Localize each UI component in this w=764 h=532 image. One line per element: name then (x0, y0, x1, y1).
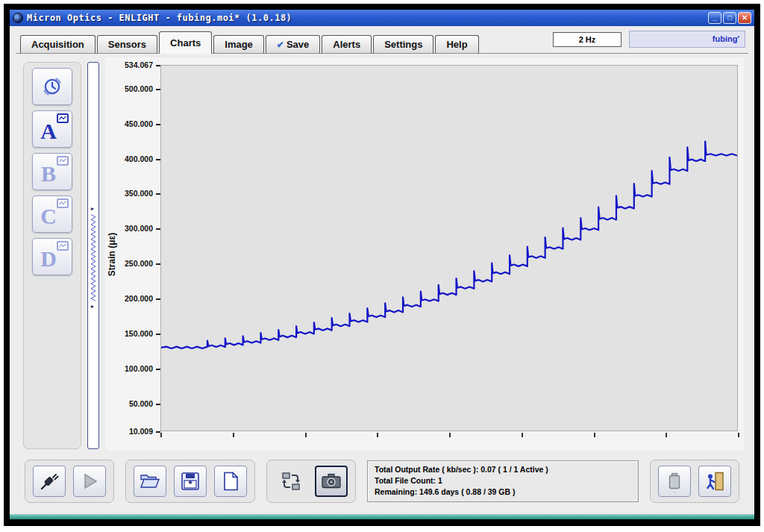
tab-label: Acquisition (31, 39, 84, 50)
chart-d-button[interactable]: D (32, 238, 72, 275)
tab-alerts[interactable]: Alerts (322, 35, 372, 54)
clock-icon (40, 75, 64, 98)
x-axis (160, 432, 738, 437)
workspace: A B C D ▸ (10, 57, 754, 451)
save-disk-icon: * (179, 470, 201, 492)
camera-icon (320, 470, 342, 492)
tab-label: Settings (384, 39, 422, 50)
chart-image-toggle-button[interactable] (275, 466, 307, 497)
x-axis-tick (738, 433, 739, 437)
file-control-group: * (125, 460, 255, 503)
tab-label: Image (225, 39, 253, 50)
y-axis-tick-label: 500.000 (125, 84, 160, 93)
status-output-rate: Total Output Rate ( kb/sec ): 0.07 ( 1 /… (375, 464, 631, 475)
tab-charts[interactable]: Charts (159, 31, 212, 54)
tab-acquisition[interactable]: Acquisition (20, 35, 96, 54)
screenshot-root: Micron Optics - ENLIGHT - fubing.moi* (1… (0, 0, 764, 532)
y-axis-tick-label: 50.000 (129, 399, 160, 408)
y-axis-tick-label: 10.009 (129, 427, 160, 436)
close-button[interactable]: ✕ (738, 12, 751, 24)
battery-button[interactable]: ... (658, 466, 691, 497)
image-control-group (266, 460, 356, 503)
refresh-rate-box[interactable]: 2 Hz (553, 32, 621, 47)
tab-settings[interactable]: Settings (373, 35, 433, 54)
tab-help[interactable]: Help (435, 35, 478, 54)
x-axis-tick (233, 433, 234, 437)
x-axis-tick (522, 433, 523, 437)
play-icon (78, 470, 101, 492)
bottom-toolbar: * (25, 458, 739, 504)
history-clock-button[interactable] (32, 68, 72, 105)
window-bottom-accent (10, 514, 754, 519)
connect-button[interactable] (33, 466, 66, 497)
x-axis-tick (305, 433, 307, 437)
chart-c-button[interactable]: C (32, 195, 72, 233)
exit-door-icon (704, 470, 726, 492)
y-axis: 534.067500.000450.000400.000350.000300.0… (114, 65, 160, 431)
app-icon (13, 13, 23, 23)
minimize-button[interactable]: _ (708, 12, 721, 24)
tab-label: Save (286, 39, 309, 50)
plot-area[interactable] (160, 65, 738, 431)
window-body: Acquisition Sensors Charts Image ✔Save A… (10, 26, 754, 509)
camera-snapshot-button[interactable] (315, 466, 348, 497)
open-file-button[interactable] (134, 466, 166, 497)
tab-image[interactable]: Image (213, 35, 264, 54)
chart-a-button[interactable]: A (32, 110, 72, 148)
y-axis-tick-label: 300.000 (125, 224, 160, 233)
chart-selector-panel: A B C D (23, 62, 81, 449)
exit-button[interactable] (698, 466, 731, 497)
slider-lower-handle-icon[interactable]: ▸ (91, 304, 94, 310)
x-axis-tick (594, 433, 595, 437)
current-file-label: fubing' (629, 31, 745, 48)
y-axis-tick-label: 400.000 (125, 154, 160, 163)
tab-label: Help (446, 39, 467, 50)
slider-selected-range[interactable] (90, 213, 97, 302)
slider-upper-handle-icon[interactable]: ▸ (91, 206, 94, 212)
y-axis-tick-label: 350.000 (125, 189, 160, 198)
y-axis-tick-label: 250.000 (125, 259, 160, 268)
open-folder-icon (139, 470, 161, 492)
strain-chart: Strain (με) 534.067500.000450.000400.000… (105, 57, 744, 451)
tab-save[interactable]: ✔Save (266, 35, 320, 54)
window-title: Micron Optics - ENLIGHT - fubing.moi* (1… (27, 13, 708, 23)
chart-b-button[interactable]: B (32, 153, 72, 190)
chart-a-label: A (40, 119, 57, 144)
x-axis-tick (377, 433, 378, 437)
tab-bar: Acquisition Sensors Charts Image ✔Save A… (16, 29, 748, 54)
y-axis-tick-label: 100.000 (125, 364, 160, 373)
tab-label: Alerts (333, 39, 360, 50)
app-window: Micron Optics - ENLIGHT - fubing.moi* (1… (10, 10, 754, 519)
y-axis-tick-label: 450.000 (125, 119, 160, 128)
new-file-icon (219, 470, 242, 492)
mini-chart-icon (57, 198, 69, 208)
save-file-button[interactable]: * (174, 466, 207, 497)
acquisition-control-group (25, 460, 114, 503)
restore-button[interactable]: □ (723, 12, 736, 24)
strain-line-series (161, 66, 737, 431)
y-axis-range-slider[interactable]: ▸ ▸ (87, 62, 99, 449)
titlebar[interactable]: Micron Optics - ENLIGHT - fubing.moi* (1… (10, 10, 754, 26)
chart-d-label: D (40, 246, 57, 272)
tab-label: Charts (170, 37, 201, 48)
status-file-count: Total File Count: 1 (375, 475, 631, 486)
chart-c-label: C (40, 204, 57, 229)
battery-icon: ... (663, 470, 686, 492)
x-axis-tick (666, 433, 667, 437)
connect-icon (38, 470, 60, 492)
y-axis-tick-label: 150.000 (125, 329, 160, 338)
window-frame: Micron Optics - ENLIGHT - fubing.moi* (1… (4, 4, 760, 526)
play-button[interactable] (73, 466, 106, 497)
tab-sensors[interactable]: Sensors (97, 35, 157, 54)
y-axis-tick-label: 200.000 (125, 294, 160, 303)
svg-text:...: ... (672, 488, 677, 493)
chart-b-label: B (41, 161, 56, 187)
mini-chart-icon (57, 156, 69, 166)
x-axis-tick (160, 433, 162, 437)
tab-strip: Acquisition Sensors Charts Image ✔Save A… (20, 31, 479, 54)
status-remaining: Remaining: 149.6 days ( 0.88 / 39 GB ) (375, 486, 631, 498)
y-axis-tick-label: 534.067 (125, 60, 160, 69)
new-file-button[interactable] (214, 466, 247, 497)
mini-chart-icon (57, 113, 69, 123)
status-box: Total Output Rate ( kb/sec ): 0.07 ( 1 /… (367, 460, 639, 502)
